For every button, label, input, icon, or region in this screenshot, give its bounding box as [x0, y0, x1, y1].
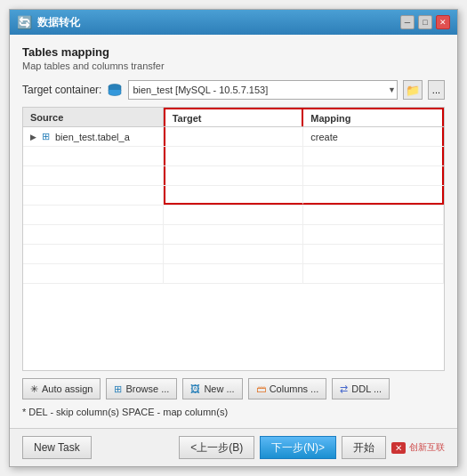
window-icon: 🔄: [17, 15, 32, 29]
columns-icon: 🗃: [256, 383, 266, 394]
title-controls: ─ □ ✕: [400, 15, 450, 29]
auto-assign-icon: ✳: [30, 383, 38, 395]
columns-label: Columns ...: [270, 383, 319, 394]
table-icon: ⊞: [42, 131, 50, 142]
columns-button[interactable]: 🗃 Columns ...: [248, 378, 327, 399]
empty-target-2: [164, 166, 304, 185]
empty-mapping-3: [303, 186, 444, 205]
browse-button[interactable]: ⊞ Browse ...: [106, 378, 177, 399]
empty-source-5: [23, 225, 164, 244]
auto-assign-button[interactable]: ✳ Auto assign: [22, 378, 101, 399]
watermark: ✕ 创新互联: [391, 441, 445, 454]
target-container-select[interactable]: bien_test [MySQL - 10.5.7.153]: [128, 80, 397, 100]
table-body: ▶ ⊞ bien_test.tabel_a create: [23, 127, 444, 370]
new-task-button[interactable]: New Task: [22, 436, 92, 459]
target-cell-0: [164, 127, 304, 146]
window-title: 数据转化: [37, 15, 80, 30]
action-buttons-row: ✳ Auto assign ⊞ Browse ... 🖼 New ... 🗃 C…: [22, 378, 445, 399]
new-button[interactable]: 🖼 New ...: [182, 378, 242, 399]
section-header: Tables mapping Map tables and columns tr…: [22, 45, 445, 71]
header-mapping: Mapping: [303, 108, 444, 126]
empty-mapping-5: [303, 225, 444, 244]
title-bar-left: 🔄 数据转化: [17, 15, 80, 30]
source-cell-0: ▶ ⊞ bien_test.tabel_a: [23, 127, 164, 146]
empty-row-4: [23, 206, 444, 225]
ddl-label: DDL ...: [351, 383, 382, 394]
empty-target-5: [164, 225, 304, 244]
empty-target-7: [164, 264, 304, 283]
prev-button[interactable]: <上一步(B): [179, 436, 254, 459]
empty-row-1: [23, 147, 444, 166]
mapping-cell-0: create: [303, 127, 444, 146]
database-icon: [107, 84, 123, 96]
empty-mapping-2: [303, 166, 444, 185]
empty-source-4: [23, 206, 164, 224]
title-bar: 🔄 数据转化 ─ □ ✕: [10, 10, 457, 35]
header-source: Source: [23, 108, 164, 126]
bottom-right: <上一步(B) 下一步(N)> 开始 ✕ 创新互联: [179, 436, 445, 459]
maximize-button[interactable]: □: [418, 15, 432, 29]
folder-button[interactable]: 📁: [403, 80, 423, 100]
new-icon: 🖼: [190, 383, 200, 394]
empty-source-6: [23, 245, 164, 263]
watermark-icon: ✕: [391, 442, 406, 454]
folder-icon: 📁: [406, 84, 420, 97]
mapping-table: Source Target Mapping ▶ ⊞ bien_test.tabe…: [22, 107, 445, 371]
empty-source-7: [23, 264, 164, 283]
empty-target-1: [164, 147, 304, 165]
empty-mapping-4: [303, 206, 444, 224]
section-subtitle: Map tables and columns transfer: [22, 61, 445, 71]
watermark-brand: 创新互联: [409, 441, 445, 454]
dots-label: ...: [432, 85, 440, 95]
empty-mapping-1: [303, 147, 444, 165]
empty-target-4: [164, 206, 304, 224]
auto-assign-label: Auto assign: [42, 383, 93, 394]
empty-row-2: [23, 166, 444, 186]
ddl-icon: ⇄: [340, 383, 348, 395]
new-label: New ...: [204, 383, 234, 394]
browse-icon: ⊞: [114, 383, 122, 395]
hint-text: * DEL - skip column(s) SPACE - map colum…: [22, 407, 445, 417]
empty-source-1: [23, 147, 164, 165]
dots-button[interactable]: ...: [428, 80, 445, 100]
empty-mapping-6: [303, 245, 444, 263]
minimize-button[interactable]: ─: [400, 15, 415, 29]
bottom-left: New Task: [22, 436, 92, 459]
empty-source-2: [23, 166, 164, 185]
section-title: Tables mapping: [22, 45, 445, 59]
browse-label: Browse ...: [125, 383, 169, 394]
empty-row-6: [23, 245, 444, 264]
target-label: Target container:: [22, 84, 101, 96]
ddl-button[interactable]: ⇄ DDL ...: [332, 378, 390, 399]
start-button[interactable]: 开始: [342, 436, 386, 459]
next-button[interactable]: 下一步(N)>: [260, 436, 336, 459]
table-header: Source Target Mapping: [23, 108, 444, 127]
main-content: Tables mapping Map tables and columns tr…: [10, 35, 457, 428]
empty-row-7: [23, 264, 444, 284]
target-container-row: Target container: bien_test [MySQL - 10.…: [22, 80, 445, 100]
target-select-wrapper: bien_test [MySQL - 10.5.7.153] ▼: [128, 80, 397, 100]
bottom-bar: New Task <上一步(B) 下一步(N)> 开始 ✕ 创新互联: [10, 428, 457, 466]
empty-row-5: [23, 225, 444, 245]
header-target: Target: [164, 108, 304, 126]
close-button[interactable]: ✕: [436, 15, 450, 29]
empty-target-3: [164, 186, 304, 205]
source-value-0: bien_test.tabel_a: [55, 132, 130, 142]
table-row[interactable]: ▶ ⊞ bien_test.tabel_a create: [23, 127, 444, 147]
empty-source-3: [23, 186, 164, 205]
empty-row-3: [23, 186, 444, 206]
empty-target-6: [164, 245, 304, 263]
empty-mapping-7: [303, 264, 444, 283]
main-window: 🔄 数据转化 ─ □ ✕ Tables mapping Map tables a…: [9, 9, 458, 467]
expand-icon: ▶: [30, 133, 36, 141]
